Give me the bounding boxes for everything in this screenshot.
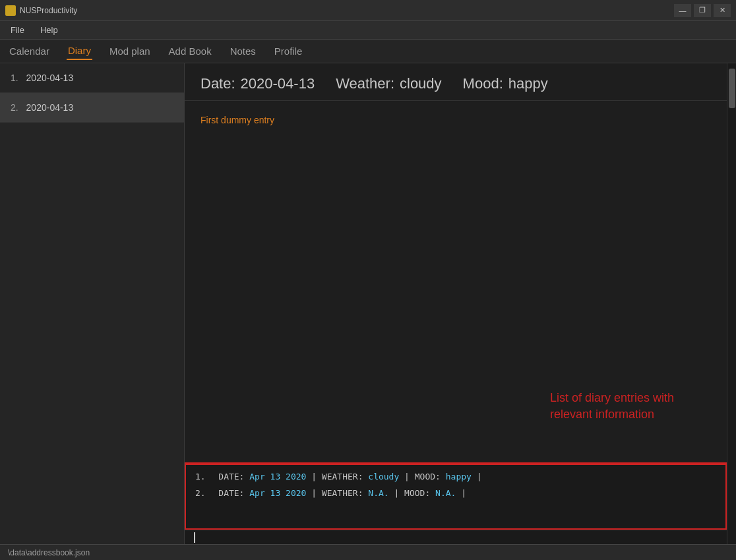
date-item: Date: 2020-04-13: [200, 75, 315, 92]
nav-bar: Calendar Diary Mod plan Add Book Notes P…: [0, 40, 736, 63]
title-bar: NUSProductivity — ❐ ✕: [0, 0, 736, 21]
status-bar: \data\addressbook.json: [0, 544, 736, 560]
content-pane: Date: 2020-04-13 Weather: cloudy Mood: h…: [185, 63, 727, 544]
nav-calendar[interactable]: Calendar: [8, 43, 51, 59]
log-mood-val-2: N.A.: [435, 488, 456, 498]
maximize-button[interactable]: ❐: [694, 4, 711, 17]
minimize-button[interactable]: —: [674, 4, 691, 17]
sidebar-entry-1[interactable]: 1. 2020-04-13: [0, 63, 184, 93]
date-label: Date:: [200, 75, 235, 92]
entry-num-1: 1.: [11, 73, 18, 83]
diary-entry-text: First dummy entry: [200, 115, 274, 125]
nav-profile[interactable]: Profile: [273, 43, 304, 59]
close-button[interactable]: ✕: [714, 4, 731, 17]
nav-addbook[interactable]: Add Book: [168, 43, 213, 59]
weather-label: Weather:: [336, 75, 394, 92]
annotation-line1: List of diary entries with: [550, 390, 674, 406]
nav-diary[interactable]: Diary: [67, 42, 92, 60]
log-date-val-2: Apr 13 2020: [249, 488, 306, 498]
entry-date-1: 2020-04-13: [26, 73, 74, 83]
diary-header: Date: 2020-04-13 Weather: cloudy Mood: h…: [185, 63, 727, 101]
menu-bar: File Help: [0, 21, 736, 40]
entry-num-2: 2.: [11, 102, 18, 113]
log-date-label-2: DATE:: [213, 488, 249, 498]
scroll-thumb[interactable]: [729, 69, 735, 108]
log-num-1: 1.: [195, 472, 206, 482]
weather-value: cloudy: [400, 75, 442, 92]
log-line-1: 1. DATE: Apr 13 2020 | WEATHER: cloudy |…: [195, 472, 716, 482]
log-weather-val-1: cloudy: [368, 472, 399, 482]
weather-item: Weather: cloudy: [336, 75, 441, 92]
title-text: NUSProductivity: [20, 6, 77, 15]
title-bar-left: NUSProductivity: [5, 5, 77, 16]
log-line-2: 2. DATE: Apr 13 2020 | WEATHER: N.A. | M…: [195, 488, 716, 498]
menu-file[interactable]: File: [8, 24, 27, 36]
log-date-label-1: DATE:: [213, 472, 249, 482]
annotation-box: List of diary entries with relevant info…: [550, 390, 674, 423]
scrollbar[interactable]: [727, 63, 736, 544]
mood-item: Mood: happy: [463, 75, 548, 92]
app-icon: [5, 5, 16, 16]
log-weather-label-2: WEATHER:: [322, 488, 368, 498]
log-panel: 1. DATE: Apr 13 2020 | WEATHER: cloudy |…: [185, 464, 727, 530]
log-mood-label-2: MOOD:: [404, 488, 435, 498]
log-weather-label-1: WEATHER:: [322, 472, 368, 482]
nav-notes[interactable]: Notes: [229, 43, 257, 59]
menu-help[interactable]: Help: [38, 24, 61, 36]
annotation-line2: relevant information: [550, 406, 674, 423]
mood-label: Mood:: [463, 75, 503, 92]
status-text: \data\addressbook.json: [8, 548, 90, 557]
cursor-char: [194, 532, 195, 543]
log-mood-label-1: MOOD:: [415, 472, 446, 482]
log-weather-val-2: N.A.: [368, 488, 388, 498]
nav-modplan[interactable]: Mod plan: [108, 43, 152, 59]
sidebar: 1. 2020-04-13 2. 2020-04-13: [0, 63, 185, 544]
log-mood-val-1: happy: [446, 472, 472, 482]
bottom-area: 1. DATE: Apr 13 2020 | WEATHER: cloudy |…: [185, 462, 727, 544]
log-num-2: 2.: [195, 488, 206, 498]
diary-body[interactable]: First dummy entry List of diary entries …: [185, 101, 727, 462]
mood-value: happy: [508, 75, 548, 92]
main-area: 1. 2020-04-13 2. 2020-04-13 Date: 2020-0…: [0, 63, 736, 544]
log-date-val-1: Apr 13 2020: [249, 472, 306, 482]
date-value: 2020-04-13: [241, 75, 315, 92]
title-bar-controls: — ❐ ✕: [674, 4, 731, 17]
entry-date-2: 2020-04-13: [26, 102, 74, 113]
cursor-line: [185, 530, 727, 544]
sidebar-entry-2[interactable]: 2. 2020-04-13: [0, 93, 184, 123]
